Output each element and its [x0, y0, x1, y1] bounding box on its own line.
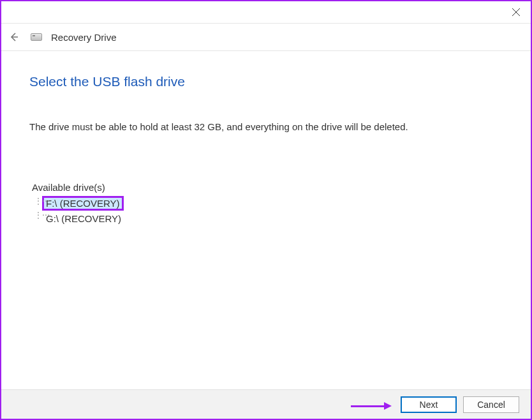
tree-connector-icon: ⋮⋯: [34, 197, 50, 206]
cancel-button[interactable]: Cancel: [463, 396, 519, 413]
drive-label: F:\ (RECOVERY): [44, 198, 122, 209]
drive-item-g[interactable]: ⋮⋯ G:\ (RECOVERY): [32, 211, 503, 226]
back-button[interactable]: [6, 29, 22, 45]
drive-label: G:\ (RECOVERY): [44, 213, 123, 224]
close-icon: [512, 8, 520, 16]
close-button[interactable]: [501, 3, 531, 22]
header-title: Recovery Drive: [51, 32, 117, 43]
drive-item-f[interactable]: ⋮⋯ F:\ (RECOVERY): [32, 195, 503, 211]
page-heading: Select the USB flash drive: [29, 74, 503, 89]
content-area: Select the USB flash drive The drive mus…: [1, 51, 531, 226]
back-arrow-icon: [8, 31, 20, 43]
tree-connector-icon: ⋮⋯: [34, 211, 50, 220]
drives-label: Available drive(s): [32, 182, 503, 193]
bottom-bar: Next Cancel: [1, 389, 531, 419]
header-bar: Recovery Drive: [1, 23, 531, 51]
titlebar: [1, 1, 531, 23]
arrow-annotation: [351, 402, 392, 410]
next-button[interactable]: Next: [401, 396, 457, 413]
drives-section: Available drive(s) ⋮⋯ F:\ (RECOVERY) ⋮⋯ …: [32, 182, 503, 226]
page-description: The drive must be able to hold at least …: [29, 121, 503, 132]
drive-icon: [31, 33, 42, 41]
arrow-head-icon: [384, 402, 392, 410]
arrow-line-icon: [351, 405, 384, 407]
